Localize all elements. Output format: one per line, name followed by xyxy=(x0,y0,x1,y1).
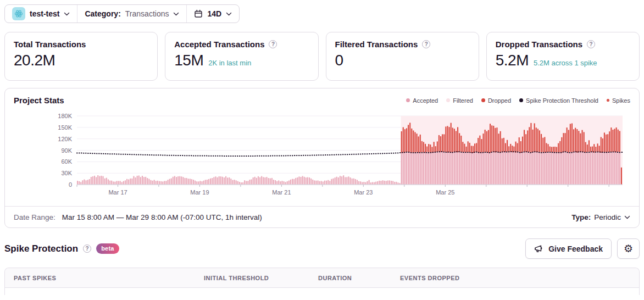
card-filtered-transactions: Filtered Transactions ? 0 xyxy=(326,32,479,81)
svg-text:150K: 150K xyxy=(58,124,72,131)
card-subtext: 5.2M across 1 spike xyxy=(534,59,597,67)
col-past-spikes: PAST SPIKES xyxy=(14,275,204,281)
card-title: Dropped Transactions ? xyxy=(496,40,630,49)
chevron-down-icon xyxy=(173,12,179,16)
date-range-label: Date Range: xyxy=(14,213,55,221)
series-dot-icon xyxy=(481,98,485,102)
svg-text:Mar 19: Mar 19 xyxy=(190,189,209,196)
svg-text:60K: 60K xyxy=(61,158,72,165)
chevron-down-icon xyxy=(64,12,70,16)
card-title: Accepted Transactions ? xyxy=(174,40,309,49)
legend-label: Spike Protection Threshold xyxy=(526,97,598,104)
svg-text:180K: 180K xyxy=(58,113,72,119)
chevron-down-icon xyxy=(624,215,630,219)
card-subtext: 2K in last min xyxy=(208,59,251,67)
svg-text:Mar 21: Mar 21 xyxy=(272,189,291,196)
chart-title: Project Stats xyxy=(14,96,64,105)
table-header-row: PAST SPIKES INITIAL THRESHOLD DURATION E… xyxy=(5,268,639,288)
table-row[interactable] xyxy=(5,288,639,295)
series-dot-icon xyxy=(406,98,410,102)
svg-text:Mar 23: Mar 23 xyxy=(354,189,373,196)
legend-label: Spikes xyxy=(612,97,630,104)
legend-label: Accepted xyxy=(413,97,438,104)
help-icon[interactable]: ? xyxy=(587,40,595,48)
spike-protection-title: Spike Protection xyxy=(4,243,78,254)
chart-footer: Date Range: Mar 15 8:00 AM — Mar 29 8:00… xyxy=(5,206,639,227)
gear-icon: ⚙ xyxy=(624,242,633,255)
col-initial-threshold: INITIAL THRESHOLD xyxy=(204,275,318,281)
legend-item-accepted[interactable]: Accepted xyxy=(406,97,438,104)
legend-label: Dropped xyxy=(488,97,511,104)
spike-protection-header: Spike Protection ? beta Give Feedback ⚙ xyxy=(4,238,640,259)
project-name: test-test xyxy=(30,9,59,18)
project-platform-icon xyxy=(12,7,25,20)
calendar-icon xyxy=(194,9,203,18)
type-label: Type: xyxy=(571,213,591,221)
beta-badge: beta xyxy=(96,243,119,254)
stat-cards-row: Total Transactions 20.2M Accepted Transa… xyxy=(4,32,640,81)
date-period-selector[interactable]: 14D xyxy=(187,5,239,23)
give-feedback-button[interactable]: Give Feedback xyxy=(525,238,612,259)
give-feedback-label: Give Feedback xyxy=(548,245,603,253)
type-value: Periodic xyxy=(594,213,621,221)
series-dot-icon xyxy=(446,98,450,102)
chart-legend: AcceptedFilteredDroppedSpike Protection … xyxy=(406,97,630,104)
category-label: Category: xyxy=(85,9,120,18)
card-value: 5.2M xyxy=(496,52,529,69)
legend-item-filtered[interactable]: Filtered xyxy=(446,97,473,104)
card-dropped-transactions: Dropped Transactions ? 5.2M 5.2M across … xyxy=(486,32,640,81)
card-value: 15M xyxy=(174,52,203,69)
card-accepted-transactions: Accepted Transactions ? 15M 2K in last m… xyxy=(165,32,318,81)
settings-button[interactable]: ⚙ xyxy=(617,238,640,259)
spike-ring-icon xyxy=(607,99,609,102)
category-value: Transactions xyxy=(125,9,169,18)
project-filter-bar: test-test Category: Transactions 14D xyxy=(4,4,240,23)
category-selector[interactable]: Category: Transactions xyxy=(77,5,186,23)
svg-text:0: 0 xyxy=(69,181,72,188)
card-value: 0 xyxy=(335,52,343,69)
svg-text:90K: 90K xyxy=(61,147,72,154)
svg-text:30K: 30K xyxy=(61,170,72,176)
type-selector[interactable]: Type: Periodic xyxy=(571,213,630,221)
chevron-down-icon xyxy=(226,12,232,16)
megaphone-icon xyxy=(534,245,543,253)
card-title: Filtered Transactions ? xyxy=(335,40,470,49)
svg-text:120K: 120K xyxy=(58,136,72,142)
card-total-transactions: Total Transactions 20.2M xyxy=(4,32,158,81)
series-dot-icon xyxy=(519,98,523,102)
period-value: 14D xyxy=(207,9,221,18)
legend-item-spike-protection-threshold[interactable]: Spike Protection Threshold xyxy=(519,97,598,104)
col-events-dropped: EVENTS DROPPED xyxy=(400,275,639,281)
card-value: 20.2M xyxy=(14,52,55,69)
svg-text:Mar 25: Mar 25 xyxy=(436,189,454,196)
help-icon[interactable]: ? xyxy=(422,40,430,48)
project-stats-chart[interactable]: 030K60K90K120K150K180KMar 17Mar 19Mar 21… xyxy=(5,107,639,203)
card-title: Total Transactions xyxy=(14,40,148,49)
date-range-value: Mar 15 8:00 AM — Mar 29 8:00 AM (-07:00 … xyxy=(62,213,262,221)
project-stats-panel: Project Stats AcceptedFilteredDroppedSpi… xyxy=(4,88,640,228)
col-duration: DURATION xyxy=(318,275,400,281)
legend-label: Filtered xyxy=(453,97,473,104)
legend-item-spikes[interactable]: Spikes xyxy=(607,97,630,104)
help-icon[interactable]: ? xyxy=(269,40,277,48)
past-spikes-table: PAST SPIKES INITIAL THRESHOLD DURATION E… xyxy=(4,268,640,295)
help-icon[interactable]: ? xyxy=(83,245,91,253)
legend-item-dropped[interactable]: Dropped xyxy=(481,97,511,104)
project-selector[interactable]: test-test xyxy=(5,5,77,23)
svg-text:Mar 17: Mar 17 xyxy=(108,189,127,196)
